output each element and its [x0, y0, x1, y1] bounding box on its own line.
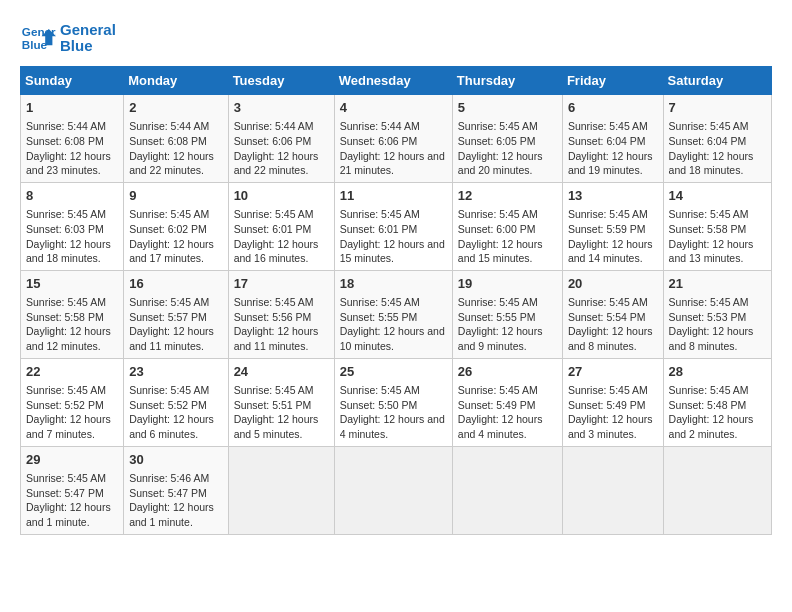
day-number: 19 [458, 275, 557, 293]
calendar-cell: 16Sunrise: 5:45 AMSunset: 5:57 PMDayligh… [124, 270, 228, 358]
calendar-cell: 27Sunrise: 5:45 AMSunset: 5:49 PMDayligh… [562, 358, 663, 446]
day-number: 3 [234, 99, 329, 117]
calendar-cell: 1Sunrise: 5:44 AMSunset: 6:08 PMDaylight… [21, 95, 124, 183]
col-header-thursday: Thursday [452, 67, 562, 95]
day-number: 10 [234, 187, 329, 205]
calendar-cell: 3Sunrise: 5:44 AMSunset: 6:06 PMDaylight… [228, 95, 334, 183]
svg-text:Blue: Blue [22, 38, 48, 51]
sunrise-text: Sunrise: 5:45 AM [26, 472, 106, 484]
sunrise-text: Sunrise: 5:45 AM [669, 384, 749, 396]
sunrise-text: Sunrise: 5:45 AM [669, 296, 749, 308]
calendar-cell: 23Sunrise: 5:45 AMSunset: 5:52 PMDayligh… [124, 358, 228, 446]
day-number: 29 [26, 451, 118, 469]
col-header-monday: Monday [124, 67, 228, 95]
sunrise-text: Sunrise: 5:45 AM [340, 384, 420, 396]
sunset-text: Sunset: 5:59 PM [568, 223, 646, 235]
calendar-cell: 25Sunrise: 5:45 AMSunset: 5:50 PMDayligh… [334, 358, 452, 446]
sunset-text: Sunset: 6:05 PM [458, 135, 536, 147]
day-number: 5 [458, 99, 557, 117]
daylight-text: Daylight: 12 hours and 6 minutes. [129, 413, 214, 440]
daylight-text: Daylight: 12 hours and 12 minutes. [26, 325, 111, 352]
col-header-wednesday: Wednesday [334, 67, 452, 95]
calendar-cell: 11Sunrise: 5:45 AMSunset: 6:01 PMDayligh… [334, 182, 452, 270]
calendar-cell: 6Sunrise: 5:45 AMSunset: 6:04 PMDaylight… [562, 95, 663, 183]
day-number: 2 [129, 99, 222, 117]
sunset-text: Sunset: 6:01 PM [340, 223, 418, 235]
day-number: 1 [26, 99, 118, 117]
sunset-text: Sunset: 5:53 PM [669, 311, 747, 323]
sunrise-text: Sunrise: 5:45 AM [568, 384, 648, 396]
sunset-text: Sunset: 6:03 PM [26, 223, 104, 235]
logo-icon: General Blue [20, 20, 56, 56]
sunset-text: Sunset: 6:04 PM [669, 135, 747, 147]
sunrise-text: Sunrise: 5:44 AM [340, 120, 420, 132]
daylight-text: Daylight: 12 hours and 2 minutes. [669, 413, 754, 440]
daylight-text: Daylight: 12 hours and 11 minutes. [234, 325, 319, 352]
calendar-cell: 12Sunrise: 5:45 AMSunset: 6:00 PMDayligh… [452, 182, 562, 270]
sunset-text: Sunset: 5:56 PM [234, 311, 312, 323]
sunrise-text: Sunrise: 5:45 AM [26, 296, 106, 308]
day-number: 23 [129, 363, 222, 381]
sunset-text: Sunset: 5:47 PM [129, 487, 207, 499]
daylight-text: Daylight: 12 hours and 15 minutes. [340, 238, 445, 265]
sunset-text: Sunset: 5:49 PM [458, 399, 536, 411]
calendar-week-row: 15Sunrise: 5:45 AMSunset: 5:58 PMDayligh… [21, 270, 772, 358]
sunset-text: Sunset: 5:57 PM [129, 311, 207, 323]
calendar-table: SundayMondayTuesdayWednesdayThursdayFrid… [20, 66, 772, 535]
col-header-friday: Friday [562, 67, 663, 95]
daylight-text: Daylight: 12 hours and 19 minutes. [568, 150, 653, 177]
calendar-cell [228, 446, 334, 534]
sunset-text: Sunset: 5:52 PM [26, 399, 104, 411]
calendar-cell [452, 446, 562, 534]
sunrise-text: Sunrise: 5:45 AM [458, 384, 538, 396]
daylight-text: Daylight: 12 hours and 1 minute. [26, 501, 111, 528]
calendar-cell: 20Sunrise: 5:45 AMSunset: 5:54 PMDayligh… [562, 270, 663, 358]
calendar-cell: 8Sunrise: 5:45 AMSunset: 6:03 PMDaylight… [21, 182, 124, 270]
daylight-text: Daylight: 12 hours and 22 minutes. [234, 150, 319, 177]
calendar-cell: 10Sunrise: 5:45 AMSunset: 6:01 PMDayligh… [228, 182, 334, 270]
day-number: 27 [568, 363, 658, 381]
daylight-text: Daylight: 12 hours and 10 minutes. [340, 325, 445, 352]
daylight-text: Daylight: 12 hours and 1 minute. [129, 501, 214, 528]
calendar-week-row: 1Sunrise: 5:44 AMSunset: 6:08 PMDaylight… [21, 95, 772, 183]
sunset-text: Sunset: 6:08 PM [26, 135, 104, 147]
daylight-text: Daylight: 12 hours and 18 minutes. [669, 150, 754, 177]
day-number: 24 [234, 363, 329, 381]
calendar-cell: 14Sunrise: 5:45 AMSunset: 5:58 PMDayligh… [663, 182, 771, 270]
sunrise-text: Sunrise: 5:45 AM [129, 296, 209, 308]
sunset-text: Sunset: 6:06 PM [234, 135, 312, 147]
daylight-text: Daylight: 12 hours and 23 minutes. [26, 150, 111, 177]
calendar-week-row: 29Sunrise: 5:45 AMSunset: 5:47 PMDayligh… [21, 446, 772, 534]
sunrise-text: Sunrise: 5:45 AM [458, 120, 538, 132]
day-number: 13 [568, 187, 658, 205]
sunset-text: Sunset: 6:00 PM [458, 223, 536, 235]
calendar-cell: 24Sunrise: 5:45 AMSunset: 5:51 PMDayligh… [228, 358, 334, 446]
calendar-week-row: 22Sunrise: 5:45 AMSunset: 5:52 PMDayligh… [21, 358, 772, 446]
daylight-text: Daylight: 12 hours and 14 minutes. [568, 238, 653, 265]
sunrise-text: Sunrise: 5:45 AM [129, 384, 209, 396]
sunset-text: Sunset: 5:58 PM [669, 223, 747, 235]
daylight-text: Daylight: 12 hours and 21 minutes. [340, 150, 445, 177]
sunrise-text: Sunrise: 5:45 AM [669, 120, 749, 132]
calendar-cell: 2Sunrise: 5:44 AMSunset: 6:08 PMDaylight… [124, 95, 228, 183]
day-number: 7 [669, 99, 766, 117]
sunset-text: Sunset: 6:01 PM [234, 223, 312, 235]
calendar-cell: 30Sunrise: 5:46 AMSunset: 5:47 PMDayligh… [124, 446, 228, 534]
sunrise-text: Sunrise: 5:45 AM [458, 208, 538, 220]
calendar-cell [663, 446, 771, 534]
day-number: 9 [129, 187, 222, 205]
sunrise-text: Sunrise: 5:45 AM [458, 296, 538, 308]
sunrise-text: Sunrise: 5:45 AM [568, 296, 648, 308]
sunrise-text: Sunrise: 5:45 AM [26, 208, 106, 220]
sunset-text: Sunset: 6:04 PM [568, 135, 646, 147]
day-number: 4 [340, 99, 447, 117]
day-number: 6 [568, 99, 658, 117]
day-number: 26 [458, 363, 557, 381]
daylight-text: Daylight: 12 hours and 4 minutes. [458, 413, 543, 440]
sunrise-text: Sunrise: 5:45 AM [26, 384, 106, 396]
daylight-text: Daylight: 12 hours and 11 minutes. [129, 325, 214, 352]
col-header-sunday: Sunday [21, 67, 124, 95]
sunrise-text: Sunrise: 5:45 AM [340, 296, 420, 308]
sunset-text: Sunset: 5:47 PM [26, 487, 104, 499]
sunset-text: Sunset: 5:49 PM [568, 399, 646, 411]
